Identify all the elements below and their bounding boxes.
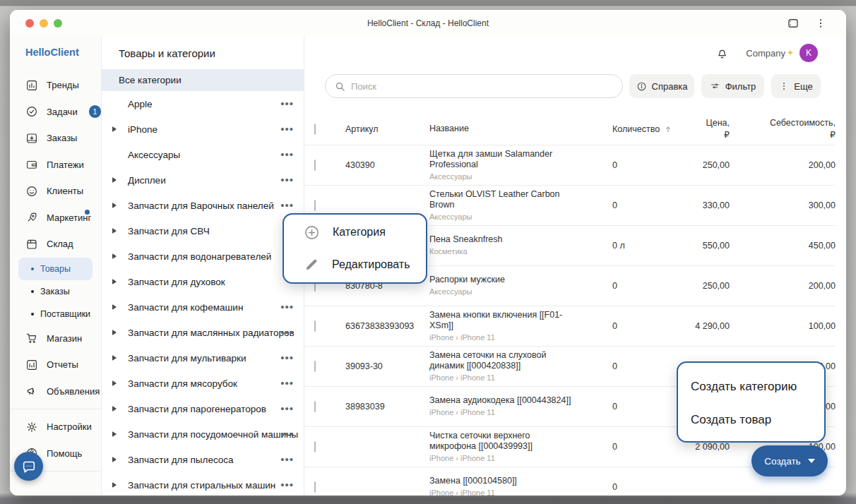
search-box[interactable] (325, 74, 623, 98)
category-label: Запчасти для кофемашин (128, 302, 243, 313)
sidebar-item-warehouse[interactable]: Склад (10, 231, 101, 258)
category-kebab-icon[interactable]: ••• (280, 482, 294, 488)
category-item[interactable]: Аксессуары••• (102, 142, 304, 167)
category-item[interactable]: Apple••• (102, 91, 304, 116)
table-row[interactable]: 430390Щетка для замши Salamander Profess… (304, 145, 835, 186)
category-item[interactable]: Запчасти для мясорубок••• (102, 371, 304, 396)
select-all-checkbox[interactable] (314, 124, 316, 135)
sidebar-item-tasks[interactable]: Задачи1 (10, 99, 101, 126)
sidebar-item-trends[interactable]: Тренды (10, 72, 101, 99)
row-checkbox[interactable] (314, 200, 316, 211)
sidebar-subitem-warehouse-orders[interactable]: Заказы (18, 280, 93, 303)
chevron-right-icon[interactable] (112, 330, 117, 335)
sidebar-item-settings[interactable]: Настройки (10, 414, 101, 440)
category-kebab-icon[interactable]: ••• (280, 203, 294, 208)
category-item[interactable]: iPhone••• (102, 116, 304, 142)
chevron-right-icon[interactable] (112, 406, 117, 412)
chevron-right-icon[interactable] (112, 355, 117, 361)
create-menu: Создать категорию Создать товар (677, 361, 826, 443)
sidebar-item-orders[interactable]: Заказы (10, 125, 101, 152)
kebab-menu-icon[interactable] (815, 18, 826, 29)
sidebar-subitem-suppliers[interactable]: Поставщики (18, 303, 93, 325)
chevron-right-icon[interactable] (112, 228, 117, 234)
chevron-right-icon[interactable] (112, 431, 117, 437)
cell-category: iPhone › iPhone 11 (429, 333, 574, 343)
zoom-window-button[interactable] (54, 19, 62, 28)
app-logo[interactable]: HelloClient (10, 47, 101, 58)
category-kebab-icon[interactable]: ••• (280, 406, 294, 412)
pip-icon[interactable] (787, 17, 799, 30)
category-kebab-icon[interactable]: ••• (280, 101, 294, 107)
row-checkbox[interactable] (314, 401, 316, 412)
category-item[interactable]: Запчасти для стиральных машин••• (102, 472, 304, 496)
chevron-right-icon[interactable] (112, 279, 117, 284)
plus-circle-icon (304, 224, 320, 241)
create-button[interactable]: Создать (751, 445, 828, 476)
close-window-button[interactable] (25, 19, 34, 28)
row-checkbox[interactable] (314, 441, 316, 452)
sidebar-item-marketing[interactable]: Маркетинг (10, 205, 101, 232)
category-kebab-icon[interactable]: ••• (280, 431, 294, 437)
category-item[interactable]: Запчасти для кофемашин••• (102, 294, 304, 320)
chevron-right-icon[interactable] (112, 304, 117, 310)
category-item[interactable]: Запчасти для посудомоечной машины••• (102, 421, 304, 447)
menu-item-edit[interactable]: Редактировать (284, 249, 426, 280)
avatar[interactable]: K (799, 44, 818, 62)
sidebar-subitem-products[interactable]: Товары (18, 258, 93, 280)
sidebar-item-announcements[interactable]: Объявления (10, 378, 101, 405)
search-input[interactable] (351, 81, 622, 92)
minimize-window-button[interactable] (40, 19, 48, 28)
row-checkbox[interactable] (314, 320, 316, 332)
category-kebab-icon[interactable]: ••• (280, 330, 294, 335)
bullet-icon (31, 313, 34, 316)
more-button[interactable]: Еще (771, 74, 821, 98)
menu-item-create-product[interactable]: Создать товар (691, 403, 824, 436)
category-item[interactable]: Запчасти для мультиварки••• (102, 345, 304, 371)
row-checkbox[interactable] (314, 361, 316, 372)
bell-icon[interactable] (715, 47, 729, 60)
cell-cost: 200,00 (730, 281, 836, 291)
help-button[interactable]: Справка (629, 74, 694, 98)
chevron-right-icon[interactable] (112, 203, 117, 208)
category-kebab-icon[interactable]: ••• (280, 380, 294, 386)
company-menu[interactable]: Company (746, 48, 785, 59)
sidebar-item-label: Платежи (47, 160, 84, 170)
category-item[interactable]: Запчасти для пылесоса••• (102, 447, 304, 472)
category-item[interactable]: Запчасти для парогенераторов••• (102, 396, 304, 421)
category-item[interactable]: Запчасти для водонагревателей (102, 244, 304, 269)
category-label: Запчасти для мясорубок (128, 378, 237, 389)
category-all[interactable]: Все категории (102, 69, 304, 91)
sidebar-item-payments[interactable]: Платежи (10, 152, 101, 179)
category-item[interactable]: Запчасти для Варочных панелей••• (102, 193, 304, 218)
category-kebab-icon[interactable]: ••• (280, 457, 294, 462)
chevron-right-icon[interactable] (112, 482, 117, 488)
category-kebab-icon[interactable]: ••• (280, 177, 294, 183)
category-item[interactable]: Запчасти для духовок (102, 269, 304, 294)
menu-item-create-category[interactable]: Создать категорию (691, 370, 824, 403)
category-kebab-icon[interactable]: ••• (280, 355, 294, 361)
row-checkbox[interactable] (314, 160, 316, 171)
category-item[interactable]: Дисплеи••• (102, 167, 304, 193)
category-kebab-icon[interactable]: ••• (280, 304, 294, 310)
filter-button[interactable]: Фильтр (701, 74, 764, 98)
chevron-right-icon[interactable] (112, 126, 117, 132)
category-label: Запчасти для пылесоса (128, 455, 234, 465)
sidebar-item-shop[interactable]: Магазин (10, 325, 101, 352)
menu-item-add-category[interactable]: Категория (284, 217, 426, 248)
sidebar-item-clients[interactable]: Клиенты (10, 178, 101, 205)
toolbar: Справка Фильтр Еще (304, 74, 846, 98)
chevron-right-icon[interactable] (112, 253, 117, 259)
chevron-right-icon[interactable] (112, 380, 117, 386)
row-checkbox[interactable] (314, 481, 316, 493)
category-item[interactable]: Запчасти для СВЧ (102, 218, 304, 244)
chat-widget-button[interactable] (14, 452, 43, 481)
category-kebab-icon[interactable]: ••• (280, 126, 294, 132)
category-kebab-icon[interactable]: ••• (280, 152, 294, 157)
header-quantity[interactable]: Количество (581, 124, 645, 134)
sidebar-item-label: Маркетинг (47, 212, 91, 223)
chevron-right-icon[interactable] (112, 177, 117, 183)
sidebar-item-reports[interactable]: Отчеты (10, 352, 101, 378)
chevron-right-icon[interactable] (112, 457, 117, 462)
table-row[interactable]: 63673838393093Замена кнопки включения [[… (304, 306, 835, 347)
category-item[interactable]: Запчасти для маслянных радиаторов••• (102, 320, 304, 345)
